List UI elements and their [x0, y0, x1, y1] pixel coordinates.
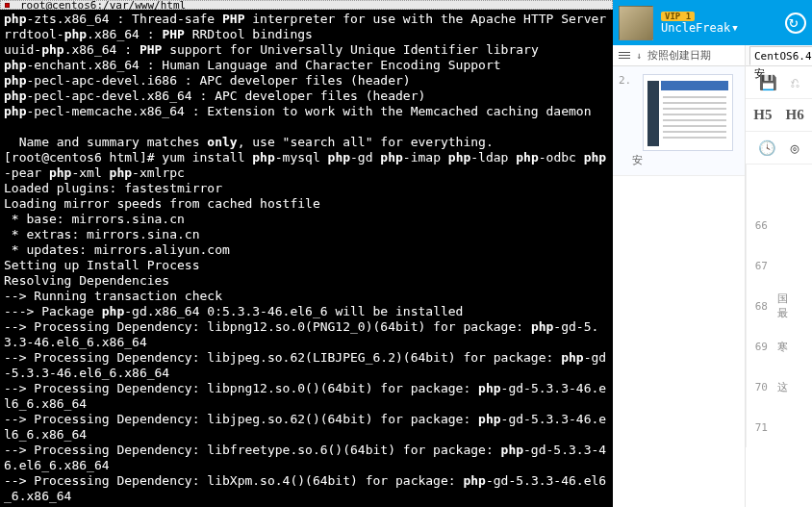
thumb-number: 2.	[619, 74, 631, 87]
heading-5-button[interactable]: H5	[753, 107, 772, 123]
ruler-mark: 国最	[772, 292, 812, 320]
target-icon[interactable]: ◎	[790, 139, 799, 157]
terminal-line: uuid-php.x86_64 : PHP support for Univer…	[4, 42, 609, 58]
terminal-output[interactable]: php-zts.x86_64 : Thread-safe PHP interpr…	[0, 10, 613, 507]
ruler-mark	[772, 179, 812, 191]
terminal-line: --> Processing Dependency: libjpeg.so.62…	[4, 412, 609, 443]
ruler-mark	[772, 421, 812, 434]
terminal-line: Name and summary matches only, use "sear…	[4, 135, 609, 150]
terminal-line: Setting up Install Process	[4, 258, 609, 273]
sort-label: 按照创建日期	[647, 48, 711, 63]
ruler-row: 70这	[747, 367, 812, 407]
line-ruler: 666768国最69寒70这71	[746, 165, 812, 447]
terminal-line: Loading mirror speeds from cached hostfi…	[4, 196, 609, 212]
ruler-row: 67	[747, 245, 812, 286]
terminal-line: Loaded plugins: fastestmirror	[4, 181, 609, 196]
heading-6-button[interactable]: H6	[786, 107, 804, 123]
note-thumbnail[interactable]	[643, 74, 733, 151]
tab-strip: CentOS6.4安	[746, 45, 812, 66]
chevron-down-icon: ▼	[732, 23, 737, 33]
ruler-row: 71	[747, 407, 812, 447]
ruler-mark	[772, 219, 812, 232]
terminal-line: php-enchant.x86_64 : Human Language and …	[4, 58, 609, 73]
terminal-line: --> Processing Dependency: libpng12.so.0…	[4, 381, 609, 412]
terminal-line: php-zts.x86_64 : Thread-safe PHP interpr…	[4, 12, 609, 27]
list-view-icon[interactable]	[619, 50, 630, 61]
terminal-line: [root@centos6 html]# yum install php-mys…	[4, 150, 609, 181]
save-icon[interactable]: 💾	[759, 74, 777, 91]
ruler-mark: 寒	[772, 340, 812, 354]
line-number: 67	[747, 260, 772, 272]
toolbar-btn-muted[interactable]: ⎌	[791, 74, 799, 91]
toolbar-row-2: H5 H6	[746, 99, 812, 132]
terminal-line: --> Processing Dependency: libXpm.so.4()…	[4, 473, 609, 504]
sync-icon[interactable]	[785, 13, 806, 34]
line-number: 68	[747, 300, 772, 313]
terminal-line	[4, 119, 609, 135]
avatar[interactable]	[619, 6, 653, 40]
ruler-row: 68国最	[747, 286, 812, 326]
history-icon[interactable]: 🕓	[758, 139, 776, 157]
line-number: 70	[747, 381, 772, 393]
user-bar: VIP 1 UncleFreak ▼	[613, 0, 812, 45]
close-icon[interactable]	[5, 3, 10, 8]
terminal-line: rrdtool-php.x86_64 : PHP RRDtool binding…	[4, 27, 609, 42]
terminal-line: --> Processing Dependency: libfreetype.s…	[4, 443, 609, 473]
terminal-line: --> Processing Dependency: libpng12.so.0…	[4, 319, 609, 350]
terminal-line: php-pecl-memcache.x86_64 : Extension to …	[4, 104, 609, 119]
terminal-line: Resolving Dependencies	[4, 273, 609, 289]
line-number: 71	[747, 421, 772, 434]
terminal-line: * base: mirrors.sina.cn	[4, 212, 609, 227]
vip-badge: VIP 1	[661, 12, 695, 21]
toolbar-row-3: 🕓 ◎	[746, 132, 812, 165]
ruler-row: 69寒	[747, 326, 812, 367]
username-dropdown[interactable]: UncleFreak ▼	[661, 21, 777, 35]
line-number: 69	[747, 341, 772, 353]
terminal-line: * extras: mirrors.sina.cn	[4, 227, 609, 242]
ruler-row: 66	[747, 205, 812, 245]
ruler-mark	[772, 260, 812, 272]
terminal-line: --> Processing Dependency: libjpeg.so.62…	[4, 350, 609, 381]
terminal-line: ---> Package php-gd.x86_64 0:5.3.3-46.el…	[4, 304, 609, 319]
line-number: 66	[747, 219, 772, 232]
terminal-line: --> Running transaction check	[4, 289, 609, 304]
ruler-mark: 这	[772, 380, 812, 394]
terminal-line: php-pecl-apc-devel.x86_64 : APC develope…	[4, 89, 609, 104]
terminal-titlebar[interactable]: root@centos6:/var/www/html	[0, 0, 613, 10]
right-rail: CentOS6.4安 💾 ⎌ H5 H6 🕓 ◎ 666768国最69寒70这7…	[745, 45, 812, 507]
ruler-row	[747, 165, 812, 205]
tab-centos[interactable]: CentOS6.4安	[749, 46, 812, 65]
terminal-line: php-pecl-apc-devel.i686 : APC developer …	[4, 73, 609, 89]
terminal-line: * updates: mirrors.aliyun.com	[4, 242, 609, 258]
sort-direction-icon[interactable]: ↓	[636, 50, 642, 61]
